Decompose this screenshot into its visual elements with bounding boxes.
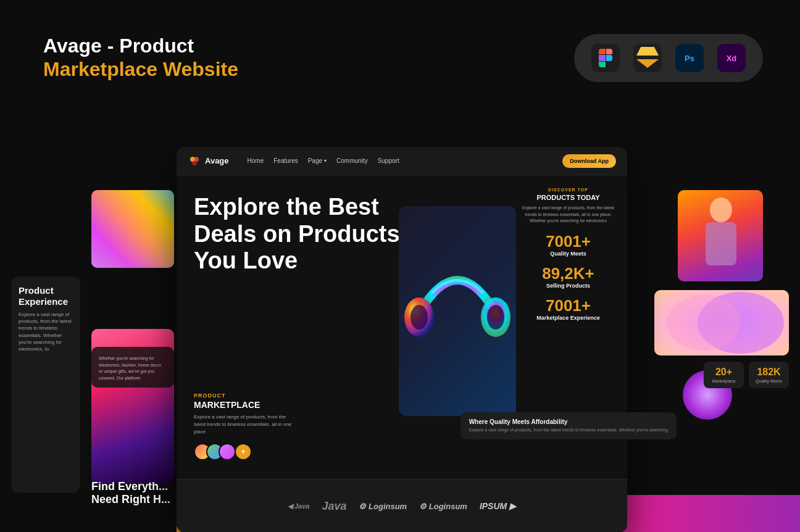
svg-point-4 <box>410 305 428 330</box>
sketch-icon <box>633 44 662 72</box>
right-stat-num-1: 20+ <box>710 367 738 378</box>
discover-desc: Explore a vast range of products, from t… <box>520 205 616 225</box>
brand-name: Avage <box>205 156 229 165</box>
svg-point-2 <box>192 160 197 165</box>
headphones-visual <box>386 194 528 428</box>
right-stat-card-2: 182K Quality Meets <box>749 362 789 388</box>
pm-desc: Explore a vast range of products, from t… <box>194 414 299 436</box>
right-stat-label-2: Quality Meets <box>755 379 783 383</box>
svg-rect-8 <box>706 222 736 265</box>
svg-point-6 <box>487 305 504 330</box>
nav-page[interactable]: Page ▾ <box>308 157 327 164</box>
right-stat-num-2: 182K <box>755 367 783 378</box>
svg-point-7 <box>710 197 732 222</box>
svg-point-10 <box>667 295 741 351</box>
nav-community[interactable]: Community <box>336 157 368 164</box>
discover-label: DISCOVER TOP <box>520 188 616 192</box>
logo-4: ⚙ Loginsum <box>419 502 467 511</box>
logo-2: Java <box>322 500 346 513</box>
nav-home[interactable]: Home <box>248 157 264 164</box>
stat-num-3: 7001+ <box>520 297 616 314</box>
nav-support[interactable]: Support <box>378 157 399 164</box>
pm-label: PRODUCT <box>194 393 299 399</box>
browser-navbar: Avage Home Features Page ▾ Community Sup… <box>177 147 627 175</box>
stat-block-1: 7001+ Quality Meets <box>520 233 616 257</box>
find-line2: Need Right H... <box>91 493 170 506</box>
nav-features[interactable]: Features <box>273 157 298 164</box>
page-subtitle: Marketplace Website <box>43 57 238 81</box>
stat-num-1: 7001+ <box>520 233 616 249</box>
hero-right-stats: DISCOVER TOP PRODUCTS TODAY Explore a va… <box>520 188 616 321</box>
avatar-3 <box>219 443 236 460</box>
left-top-image <box>91 190 174 268</box>
title-area: Avage - Product Marketplace Website <box>43 34 238 81</box>
right-stat-card-1: 20+ Marketplace <box>704 362 744 388</box>
avatars-row: + <box>194 443 299 460</box>
pm-title: MARKETPLACE <box>194 400 299 410</box>
qma-sub: Explore a vast range of products, from t… <box>469 427 668 433</box>
stat-block-3: 7001+ Marketplace Experience <box>520 297 616 321</box>
stat-label-2: Selling Products <box>520 283 616 289</box>
products-desc: Whether you're searching for electronics… <box>99 355 167 381</box>
avatar-plus: + <box>235 443 252 460</box>
download-app-button[interactable]: Download App <box>562 154 616 168</box>
find-text: Find Everyth... Need Right H... <box>91 480 170 506</box>
brand-dot <box>188 154 201 168</box>
stat-label-1: Quality Meets <box>520 251 616 257</box>
qma-title: Where Quality Meets Affordability <box>469 418 668 425</box>
right-mid-blob <box>654 290 789 355</box>
logo-1: ◀ Java <box>288 502 310 510</box>
product-card-left: Product Experience Explore a vast range … <box>11 276 80 493</box>
right-stats-row: 20+ Marketplace 182K Quality Meets <box>704 362 789 388</box>
stat-num-2: 89,2K+ <box>520 265 616 281</box>
stat-label-3: Marketplace Experience <box>520 315 616 321</box>
product-marketplace: PRODUCT MARKETPLACE Explore a vast range… <box>194 393 299 460</box>
nav-links: Home Features Page ▾ Community Support <box>248 157 399 164</box>
quality-affordability-card: Where Quality Meets Affordability Explor… <box>460 412 677 439</box>
stat-block-2: 89,2K+ Selling Products <box>520 265 616 289</box>
logo-5: IPSUM ▶ <box>480 501 516 511</box>
browser-window: Avage Home Features Page ▾ Community Sup… <box>177 147 627 532</box>
adobe-xd-icon: Xd <box>717 44 746 72</box>
right-top-image <box>678 190 763 281</box>
product-card-title: Product <box>19 285 73 296</box>
photoshop-icon: Ps <box>675 44 704 72</box>
headphones-image <box>386 194 528 428</box>
product-card-sub: Experience <box>19 296 73 307</box>
figma-icon <box>591 44 620 72</box>
find-line1: Find Everyth... <box>91 480 170 493</box>
page-title: Avage - Product <box>43 34 238 57</box>
brand-logo: Avage <box>188 154 229 168</box>
product-card-desc: Explore a vast range of products, from t… <box>19 311 73 352</box>
browser-bottom-logos: ◀ Java Java ⚙ Loginsum ⚙ Loginsum IPSUM … <box>177 479 627 532</box>
tools-pill: Ps Xd <box>574 34 763 82</box>
discover-title: PRODUCTS TODAY <box>520 193 616 202</box>
products-unbeatable-card: Products at Unbeatable Prices Whether yo… <box>91 347 174 388</box>
right-stat-label-1: Marketplace <box>710 379 738 383</box>
logo-3: ⚙ Loginsum <box>359 502 407 511</box>
